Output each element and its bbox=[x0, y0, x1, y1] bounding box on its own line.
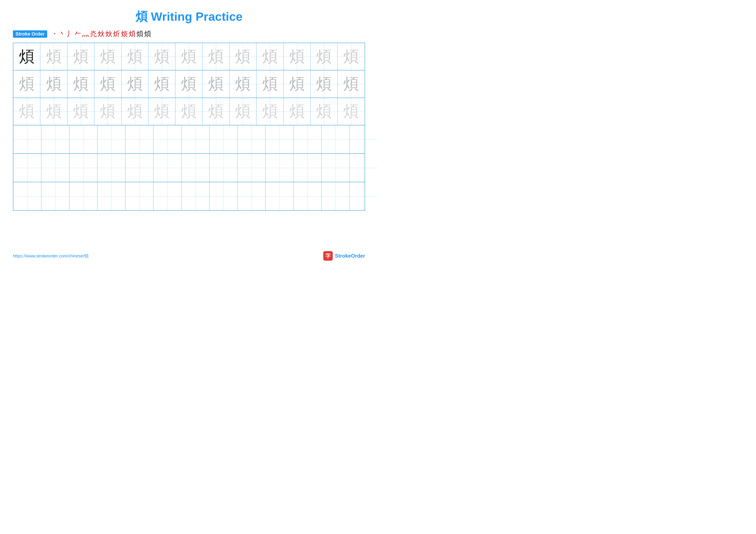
grid-cell-r5-c1[interactable] bbox=[14, 154, 41, 182]
grid-cell-r5-c10[interactable] bbox=[265, 154, 293, 182]
char-r3-c9: 煩 bbox=[235, 104, 251, 119]
grid-cell-r4-c3[interactable] bbox=[69, 125, 97, 153]
char-r2-c4: 煩 bbox=[100, 76, 116, 92]
stroke-char-13: 煩 bbox=[144, 29, 151, 39]
grid-cell-r3-c12: 煩 bbox=[310, 98, 338, 125]
grid-cell-r4-c6[interactable] bbox=[153, 125, 181, 153]
grid-cell-r1-c13: 煩 bbox=[338, 43, 364, 70]
stroke-char-11: 煩 bbox=[129, 29, 136, 39]
grid-cell-r5-c6[interactable] bbox=[153, 154, 181, 182]
stroke-order-area: Stroke Order ・ 丶 丿 𠂉 灬 灮 炏 炏 炘 烦 煩 煩 煩 bbox=[13, 29, 365, 39]
char-r1-c1: 煩 bbox=[19, 49, 35, 64]
grid-cell-r6-c7[interactable] bbox=[181, 182, 209, 210]
grid-cell-r6-c8[interactable] bbox=[209, 182, 237, 210]
grid-row-4 bbox=[14, 125, 364, 154]
grid-cell-r1-c3: 煩 bbox=[68, 43, 94, 70]
stroke-char-3: 丿 bbox=[67, 29, 73, 39]
grid-cell-r5-c7[interactable] bbox=[181, 154, 209, 182]
grid-cell-r5-c12[interactable] bbox=[322, 154, 350, 182]
grid-cell-r4-c8[interactable] bbox=[209, 125, 237, 153]
stroke-char-2: 丶 bbox=[59, 29, 66, 39]
grid-cell-r4-c10[interactable] bbox=[265, 125, 293, 153]
grid-cell-r6-c6[interactable] bbox=[153, 182, 181, 210]
grid-cell-r5-c8[interactable] bbox=[209, 154, 237, 182]
logo-text-order: Order bbox=[351, 253, 365, 259]
grid-cell-r1-c5: 煩 bbox=[122, 43, 148, 70]
grid-cell-r6-c11[interactable] bbox=[293, 182, 322, 210]
grid-cell-r4-c7[interactable] bbox=[181, 125, 209, 153]
grid-cell-r6-c13[interactable] bbox=[350, 182, 378, 210]
char-r3-c2: 煩 bbox=[46, 104, 62, 119]
char-r1-c11: 煩 bbox=[289, 49, 305, 64]
grid-cell-r4-c13[interactable] bbox=[350, 125, 378, 153]
grid-cell-r6-c9[interactable] bbox=[237, 182, 265, 210]
grid-cell-r6-c2[interactable] bbox=[41, 182, 69, 210]
grid-cell-r6-c3[interactable] bbox=[69, 182, 97, 210]
grid-row-1: 煩 煩 煩 煩 煩 煩 煩 煩 煩 bbox=[14, 43, 364, 70]
grid-cell-r1-c4: 煩 bbox=[94, 43, 121, 70]
grid-cell-r5-c11[interactable] bbox=[293, 154, 322, 182]
logo-text-stroke: Stroke bbox=[335, 253, 351, 259]
grid-cell-r6-c5[interactable] bbox=[125, 182, 153, 210]
grid-cell-r6-c12[interactable] bbox=[322, 182, 350, 210]
grid-cell-r3-c2: 煩 bbox=[40, 98, 67, 125]
char-r3-c11: 煩 bbox=[289, 104, 305, 119]
char-r2-c5: 煩 bbox=[127, 76, 143, 92]
stroke-char-6: 灮 bbox=[90, 29, 97, 39]
grid-cell-r3-c3: 煩 bbox=[68, 98, 94, 125]
grid-cell-r2-c2: 煩 bbox=[40, 70, 67, 97]
grid-cell-r2-c1: 煩 bbox=[14, 70, 40, 97]
grid-cell-r4-c9[interactable] bbox=[237, 125, 265, 153]
char-r2-c3: 煩 bbox=[73, 76, 89, 92]
practice-grid: 煩 煩 煩 煩 煩 煩 煩 煩 煩 bbox=[13, 43, 365, 211]
stroke-order-badge: Stroke Order bbox=[13, 30, 47, 38]
grid-cell-r1-c6: 煩 bbox=[148, 43, 176, 70]
char-r3-c12: 煩 bbox=[316, 104, 332, 119]
grid-cell-r2-c6: 煩 bbox=[148, 70, 176, 97]
grid-cell-r6-c10[interactable] bbox=[265, 182, 293, 210]
char-r3-c13: 煩 bbox=[343, 104, 359, 119]
char-r1-c5: 煩 bbox=[127, 49, 143, 64]
grid-cell-r4-c11[interactable] bbox=[293, 125, 322, 153]
grid-cell-r4-c12[interactable] bbox=[322, 125, 350, 153]
grid-cell-r5-c3[interactable] bbox=[69, 154, 97, 182]
grid-cell-r4-c4[interactable] bbox=[97, 125, 125, 153]
grid-cell-r4-c1[interactable] bbox=[14, 125, 41, 153]
grid-cell-r2-c10: 煩 bbox=[256, 70, 284, 97]
char-r1-c2: 煩 bbox=[46, 49, 62, 64]
char-r2-c8: 煩 bbox=[208, 76, 224, 92]
char-r3-c1: 煩 bbox=[19, 104, 35, 119]
grid-cell-r6-c1[interactable] bbox=[14, 182, 41, 210]
stroke-char-9: 炘 bbox=[113, 29, 120, 39]
char-r2-c1: 煩 bbox=[19, 76, 35, 92]
grid-cell-r5-c4[interactable] bbox=[97, 154, 125, 182]
grid-cell-r2-c9: 煩 bbox=[230, 70, 256, 97]
grid-cell-r3-c1: 煩 bbox=[14, 98, 40, 125]
grid-cell-r3-c7: 煩 bbox=[176, 98, 202, 125]
grid-cell-r2-c7: 煩 bbox=[176, 70, 202, 97]
grid-cell-r4-c5[interactable] bbox=[125, 125, 153, 153]
grid-cell-r3-c6: 煩 bbox=[148, 98, 176, 125]
char-r1-c4: 煩 bbox=[100, 49, 116, 64]
char-r1-c12: 煩 bbox=[316, 49, 332, 64]
char-r1-c7: 煩 bbox=[181, 49, 197, 64]
grid-cell-r3-c13: 煩 bbox=[338, 98, 364, 125]
title-area: 煩 Writing Practice bbox=[13, 9, 365, 25]
char-r1-c6: 煩 bbox=[154, 49, 170, 64]
logo-icon: 字 bbox=[323, 251, 333, 261]
char-r3-c6: 煩 bbox=[154, 104, 170, 119]
char-r3-c5: 煩 bbox=[127, 104, 143, 119]
grid-cell-r4-c2[interactable] bbox=[41, 125, 69, 153]
footer: https://www.strokeorder.com/chinese/煩 字 … bbox=[13, 251, 365, 261]
char-r2-c12: 煩 bbox=[316, 76, 332, 92]
grid-cell-r1-c11: 煩 bbox=[284, 43, 310, 70]
grid-cell-r1-c8: 煩 bbox=[202, 43, 230, 70]
page-title: 煩 Writing Practice bbox=[136, 10, 243, 23]
grid-cell-r5-c9[interactable] bbox=[237, 154, 265, 182]
stroke-char-8: 炏 bbox=[105, 29, 112, 39]
grid-cell-r6-c4[interactable] bbox=[97, 182, 125, 210]
grid-cell-r5-c13[interactable] bbox=[350, 154, 378, 182]
grid-cell-r1-c7: 煩 bbox=[176, 43, 202, 70]
grid-cell-r5-c2[interactable] bbox=[41, 154, 69, 182]
grid-cell-r5-c5[interactable] bbox=[125, 154, 153, 182]
